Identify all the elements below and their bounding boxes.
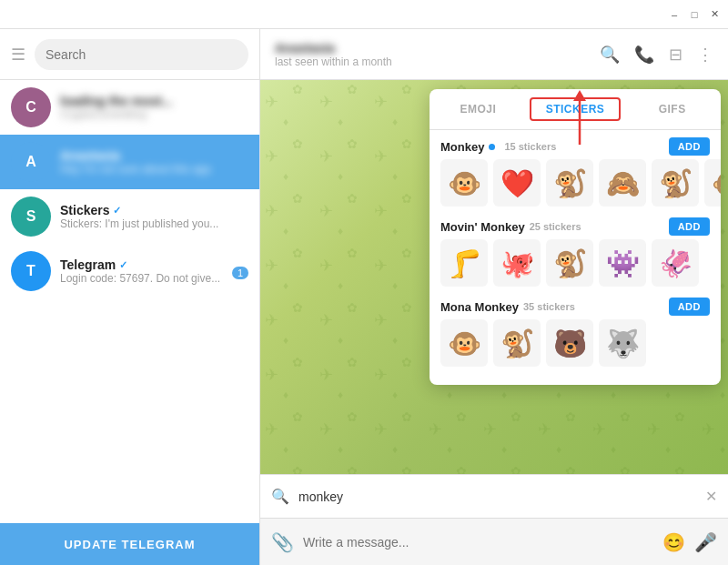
sticker-row: 🦵🐙🐒👾🦑 [440,239,710,287]
chat-list-item[interactable]: S Stickers ✓ Stickers: I'm just publishe… [0,189,259,244]
sticker-content: Monkey 15 stickersADD🐵❤️🐒🙈🐒🐵Movin' Monke… [430,130,721,385]
chat-info: loading the most... CryptoCurrentKey [60,94,239,121]
sticker-thumbnail[interactable]: 🐵 [440,159,488,207]
sticker-thumbnail[interactable]: 🐒 [546,159,593,207]
chat-contact-name: Anastasia [275,41,589,55]
chat-panel: Anastasia last seen within a month 🔍 📞 ⊟… [260,29,728,565]
sticker-section: Mona Monkey 35 stickersADD🐵🐒🐻🐺 [440,298,710,367]
sticker-row: 🐵🐒🐻🐺 [440,319,710,367]
sticker-thumbnail[interactable]: 🦑 [652,239,699,287]
message-input[interactable] [303,535,653,550]
chat-name: Stickers ✓ [60,203,239,217]
sticker-thumbnail[interactable]: 🐻 [546,319,593,367]
chat-preview: Hey I'm not sure about this app [60,163,239,176]
sticker-panel: EMOJI STICKERS GIFS [430,89,721,385]
layout-icon[interactable]: ⊟ [669,45,682,65]
sticker-thumbnail[interactable]: 🐵 [704,159,721,207]
emoji-picker-icon[interactable]: 😊 [662,531,685,553]
red-arrow-svg [571,90,589,154]
chat-meta: 1 [232,263,248,279]
chat-header: Anastasia last seen within a month 🔍 📞 ⊟… [260,29,728,80]
add-sticker-button[interactable]: ADD [669,137,710,156]
sticker-row: 🐵❤️🐒🙈🐒🐵 [440,159,710,207]
window-bar: – □ ✕ [0,0,728,29]
sticker-thumbnail[interactable]: 🐙 [493,239,541,287]
svg-marker-5 [573,90,586,101]
sidebar-header: ☰ [0,29,259,80]
tab-gifs[interactable]: GIFS [623,89,721,129]
tab-emoji[interactable]: EMOJI [430,89,527,129]
close-button[interactable]: ✕ [708,8,721,21]
sticker-section-name: Movin' Monkey 25 stickers [440,220,581,234]
chat-info: Stickers ✓ Stickers: I'm just published … [60,203,239,230]
chat-background: ✈ ✿ ♦ EMOJI STI [260,80,728,474]
sticker-thumbnail[interactable]: 🐺 [599,319,646,367]
chat-list-item[interactable]: C loading the most... CryptoCurrentKey [0,80,259,135]
app-body: ☰ C loading the most... CryptoCurrentKey… [0,29,728,565]
dot-indicator [489,144,495,150]
chat-info: Anastasia Hey I'm not sure about this ap… [60,148,239,176]
sticker-count: 35 stickers [523,301,575,312]
avatar: T [11,251,51,291]
update-telegram-button[interactable]: UPDATE TELEGRAM [0,523,259,565]
phone-icon[interactable]: 📞 [634,45,654,65]
sidebar: ☰ C loading the most... CryptoCurrentKey… [0,29,260,565]
clear-search-icon[interactable]: ✕ [705,488,717,505]
sticker-count: 15 stickers [504,141,556,152]
hamburger-icon[interactable]: ☰ [11,45,25,65]
more-options-icon[interactable]: ⋮ [697,45,713,65]
avatar: S [11,197,51,237]
microphone-icon[interactable]: 🎤 [694,531,717,553]
attach-icon[interactable]: 📎 [271,531,294,553]
header-icons: 🔍 📞 ⊟ ⋮ [600,45,713,65]
search-icon[interactable]: 🔍 [600,45,620,65]
verified-badge: ✓ [119,259,127,271]
chat-name: Anastasia [60,148,239,163]
sticker-thumbnail[interactable]: 🐒 [546,239,593,287]
verified-badge: ✓ [113,205,121,217]
sticker-thumbnail[interactable]: 🦵 [440,239,488,287]
unread-badge: 1 [232,267,248,279]
search-icon-small: 🔍 [271,488,289,505]
chat-name: loading the most... [60,94,239,108]
sticker-thumbnail[interactable]: 🐒 [493,319,541,367]
chat-preview: Login code: 57697. Do not give... [60,272,223,285]
message-input-bar: 📎 😊 🎤 [260,518,728,565]
sticker-count: 25 stickers [530,221,581,232]
sticker-thumbnail[interactable]: 🐒 [652,159,699,207]
sticker-thumbnail[interactable]: 🙈 [599,159,646,207]
sticker-search-input[interactable] [298,489,696,504]
sticker-thumbnail[interactable]: ❤️ [493,159,541,207]
chat-contact-status: last seen within a month [275,55,589,68]
search-box [35,39,248,70]
chat-list: C loading the most... CryptoCurrentKey A… [0,80,259,523]
chat-list-item[interactable]: A Anastasia Hey I'm not sure about this … [0,135,259,189]
chat-preview: Stickers: I'm just published you... [60,217,239,230]
sticker-section-name: Monkey 15 stickers [440,140,556,154]
chat-header-info: Anastasia last seen within a month [275,41,589,68]
chat-info: Telegram ✓ Login code: 57697. Do not giv… [60,257,223,285]
chat-preview: CryptoCurrentKey [60,108,239,121]
bottom-search-bar: 🔍 ✕ [260,474,728,518]
chat-name: Telegram ✓ [60,257,223,272]
minimize-button[interactable]: – [668,8,681,21]
avatar: C [11,87,51,127]
add-sticker-button[interactable]: ADD [669,298,710,316]
maximize-button[interactable]: □ [688,8,701,21]
chat-list-item[interactable]: T Telegram ✓ Login code: 57697. Do not g… [0,244,259,298]
search-input[interactable] [46,47,238,62]
sticker-section-header: Movin' Monkey 25 stickersADD [440,217,710,236]
sticker-thumbnail[interactable]: 🐵 [440,319,488,367]
sticker-section: Movin' Monkey 25 stickersADD🦵🐙🐒👾🦑 [440,217,710,287]
sticker-section-header: Mona Monkey 35 stickersADD [440,298,710,316]
avatar: A [11,142,51,182]
add-sticker-button[interactable]: ADD [669,217,710,236]
sticker-thumbnail[interactable]: 👾 [599,239,646,287]
sticker-section-name: Mona Monkey 35 stickers [440,300,575,314]
